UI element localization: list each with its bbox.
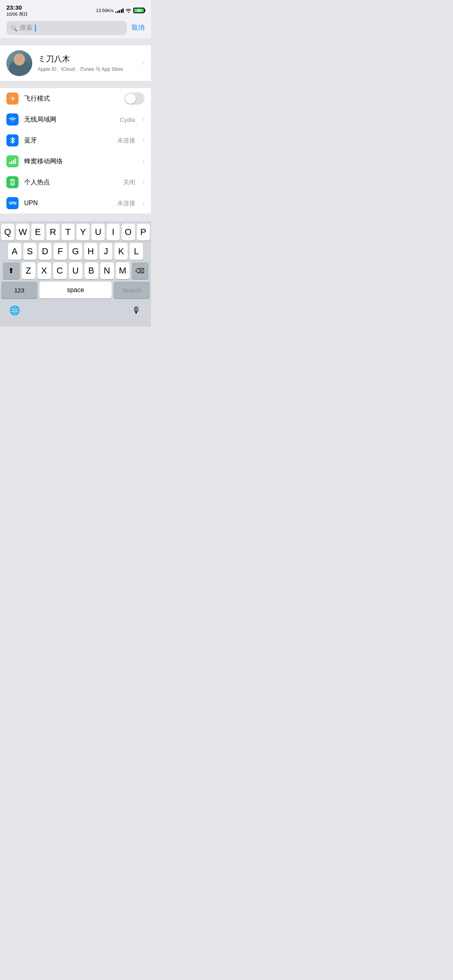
key-z[interactable]: Z (22, 262, 35, 279)
key-x[interactable]: X (37, 262, 51, 279)
network-speed: 13.56K/s (96, 8, 114, 13)
key-a[interactable]: A (8, 243, 21, 260)
search-cursor (35, 25, 36, 32)
key-c[interactable]: C (53, 262, 67, 279)
section-gap-1 (0, 38, 151, 45)
key-q[interactable]: Q (1, 224, 14, 241)
vpn-label: UPN (24, 200, 112, 207)
search-container: 🔍 搜索 取消 (0, 18, 151, 38)
keyboard-row-1: Q W E R T Y U I O P (0, 221, 151, 241)
setting-row-airplane[interactable]: ✈ 飞行模式 (0, 88, 151, 109)
svg-rect-2 (13, 160, 14, 164)
hotspot-value: 关闭 (123, 179, 135, 186)
bluetooth-chevron-icon: › (143, 137, 145, 144)
status-bar: 23:30 10/06 周日 13.56K/s 38 (0, 0, 151, 18)
settings-section: ✈ 飞行模式 无线局域网 Cydia › 蓝牙 未连接 › (0, 88, 151, 214)
avatar (6, 50, 32, 76)
toggle-knob (125, 93, 136, 104)
key-g[interactable]: G (69, 243, 82, 260)
section-gap-2 (0, 81, 151, 88)
svg-rect-3 (15, 159, 16, 164)
signal-icon (115, 8, 124, 13)
key-b[interactable]: B (85, 262, 98, 279)
key-k[interactable]: K (114, 243, 128, 260)
key-o[interactable]: O (122, 224, 134, 241)
wifi-chevron-icon: › (143, 116, 145, 123)
airplane-toggle[interactable] (124, 93, 145, 105)
keyboard: Q W E R T Y U I O P A S D F G H J K L ⬆ … (0, 221, 151, 327)
airplane-label: 飞行模式 (24, 95, 119, 103)
space-key[interactable]: space (39, 282, 112, 299)
status-left: 23:30 10/06 周日 (6, 4, 28, 17)
vpn-icon: VPN (6, 197, 19, 209)
key-j[interactable]: J (99, 243, 113, 260)
setting-row-hotspot[interactable]: 个人热点 关闭 › (0, 172, 151, 193)
vpn-chevron-icon: › (143, 200, 145, 207)
avatar-image (6, 50, 32, 76)
battery-icon: 38 (133, 8, 145, 13)
keyboard-row-2: A S D F G H J K L (0, 241, 151, 260)
shift-key[interactable]: ⬆ (3, 262, 20, 279)
key-l[interactable]: L (130, 243, 143, 260)
keyboard-row-3: ⬆ Z X C U B N M ⌫ (0, 260, 151, 279)
key-w[interactable]: W (16, 224, 29, 241)
delete-key[interactable]: ⌫ (132, 262, 149, 279)
mic-key[interactable]: 🎙 (128, 303, 145, 319)
svg-point-4 (11, 181, 14, 184)
wifi-label: 无线局域网 (24, 115, 114, 124)
search-input-wrap[interactable]: 🔍 搜索 (6, 21, 127, 35)
hotspot-icon (6, 176, 19, 188)
status-right: 13.56K/s 38 (96, 8, 145, 13)
profile-name: ミ刀八木 (38, 54, 137, 64)
keyboard-extra-row: 🌐 🎙 (0, 301, 151, 327)
bluetooth-value: 未连接 (117, 137, 135, 144)
svg-rect-0 (9, 162, 10, 164)
globe-key[interactable]: 🌐 (6, 303, 23, 319)
cellular-chevron-icon: › (143, 158, 145, 165)
key-e[interactable]: E (31, 224, 44, 241)
setting-row-cellular[interactable]: 蜂窝移动网络 › (0, 151, 151, 172)
status-time: 23:30 (6, 4, 28, 11)
key-s[interactable]: S (23, 243, 37, 260)
status-date: 10/06 周日 (6, 11, 28, 17)
cellular-label: 蜂窝移动网络 (24, 157, 137, 166)
wifi-status-icon (125, 8, 132, 13)
numbers-key[interactable]: 123 (1, 282, 37, 299)
key-i[interactable]: I (107, 224, 120, 241)
wifi-icon (6, 113, 19, 126)
search-placeholder: 搜索 (20, 24, 33, 32)
key-r[interactable]: R (46, 224, 59, 241)
profile-subtitle: Apple ID、iCloud、iTunes 与 App Store (38, 66, 137, 73)
hotspot-chevron-icon: › (143, 179, 145, 186)
key-u[interactable]: U (91, 224, 104, 241)
key-f[interactable]: F (54, 243, 67, 260)
profile-info: ミ刀八木 Apple ID、iCloud、iTunes 与 App Store (38, 54, 137, 73)
setting-row-wifi[interactable]: 无线局域网 Cydia › (0, 109, 151, 130)
bluetooth-icon (6, 134, 19, 146)
profile-row[interactable]: ミ刀八木 Apple ID、iCloud、iTunes 与 App Store … (0, 45, 151, 81)
key-d[interactable]: D (39, 243, 52, 260)
bluetooth-label: 蓝牙 (24, 136, 112, 145)
profile-chevron-icon: › (143, 60, 145, 67)
key-t[interactable]: T (62, 224, 74, 241)
setting-row-bluetooth[interactable]: 蓝牙 未连接 › (0, 130, 151, 151)
key-n[interactable]: N (100, 262, 114, 279)
cellular-icon (6, 155, 19, 167)
key-y[interactable]: Y (77, 224, 89, 241)
profile-section: ミ刀八木 Apple ID、iCloud、iTunes 与 App Store … (0, 45, 151, 81)
svg-rect-1 (11, 161, 12, 164)
key-m[interactable]: M (116, 262, 130, 279)
cancel-button[interactable]: 取消 (132, 24, 145, 32)
search-icon: 🔍 (10, 25, 17, 31)
vpn-value: 未连接 (117, 200, 135, 207)
key-p[interactable]: P (137, 224, 150, 241)
airplane-icon: ✈ (6, 93, 19, 105)
wifi-value: Cydia (120, 116, 135, 123)
hotspot-label: 个人热点 (24, 178, 118, 187)
setting-row-vpn[interactable]: VPN UPN 未连接 › (0, 193, 151, 214)
search-key[interactable]: Search (114, 282, 150, 299)
keyboard-row-4: 123 space Search (0, 279, 151, 301)
key-u2[interactable]: U (69, 262, 83, 279)
key-h[interactable]: H (84, 243, 97, 260)
